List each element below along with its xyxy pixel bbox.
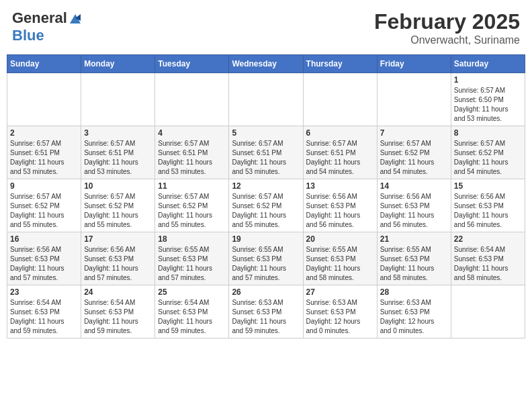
weekday-header: Sunday [7,55,81,73]
day-info: Sunrise: 6:55 AM Sunset: 6:53 PM Dayligh… [158,245,226,283]
day-number: 6 [306,128,374,138]
day-number: 24 [84,287,152,297]
calendar-cell: 16Sunrise: 6:56 AM Sunset: 6:53 PM Dayli… [7,232,81,285]
calendar-cell: 9Sunrise: 6:57 AM Sunset: 6:52 PM Daylig… [7,179,81,232]
calendar-cell [7,73,81,126]
day-number: 14 [380,181,448,191]
day-number: 19 [232,234,300,244]
calendar-cell: 28Sunrise: 6:53 AM Sunset: 6:53 PM Dayli… [377,285,451,338]
day-number: 20 [306,234,374,244]
day-info: Sunrise: 6:57 AM Sunset: 6:51 PM Dayligh… [306,139,374,177]
day-info: Sunrise: 6:57 AM Sunset: 6:52 PM Dayligh… [232,192,300,230]
day-info: Sunrise: 6:57 AM Sunset: 6:52 PM Dayligh… [454,139,522,177]
day-number: 17 [84,234,152,244]
day-number: 1 [454,75,522,85]
month-title: February 2025 [374,9,520,34]
calendar-week-row: 23Sunrise: 6:54 AM Sunset: 6:53 PM Dayli… [7,285,525,338]
calendar-week-row: 9Sunrise: 6:57 AM Sunset: 6:52 PM Daylig… [7,179,525,232]
weekday-header: Wednesday [229,55,303,73]
day-number: 13 [306,181,374,191]
calendar-cell: 18Sunrise: 6:55 AM Sunset: 6:53 PM Dayli… [155,232,229,285]
calendar-week-row: 1Sunrise: 6:57 AM Sunset: 6:50 PM Daylig… [7,73,525,126]
day-number: 2 [10,128,78,138]
calendar-cell: 15Sunrise: 6:56 AM Sunset: 6:53 PM Dayli… [451,179,525,232]
day-number: 26 [232,287,300,297]
title-block: February 2025 Onverwacht, Suriname [374,9,520,46]
day-info: Sunrise: 6:56 AM Sunset: 6:53 PM Dayligh… [84,245,152,283]
page-header: General Blue February 2025 Onverwacht, S… [7,7,525,49]
day-number: 23 [10,287,78,297]
calendar-cell: 22Sunrise: 6:54 AM Sunset: 6:53 PM Dayli… [451,232,525,285]
day-number: 18 [158,234,226,244]
calendar-week-row: 2Sunrise: 6:57 AM Sunset: 6:51 PM Daylig… [7,126,525,179]
calendar-table: SundayMondayTuesdayWednesdayThursdayFrid… [7,54,525,338]
day-number: 4 [158,128,226,138]
logo-general-text: General [12,9,67,27]
calendar-cell: 23Sunrise: 6:54 AM Sunset: 6:53 PM Dayli… [7,285,81,338]
calendar-cell: 12Sunrise: 6:57 AM Sunset: 6:52 PM Dayli… [229,179,303,232]
day-number: 25 [158,287,226,297]
calendar-cell: 7Sunrise: 6:57 AM Sunset: 6:52 PM Daylig… [377,126,451,179]
calendar-cell: 17Sunrise: 6:56 AM Sunset: 6:53 PM Dayli… [81,232,155,285]
day-number: 21 [380,234,448,244]
calendar-cell: 11Sunrise: 6:57 AM Sunset: 6:52 PM Dayli… [155,179,229,232]
day-info: Sunrise: 6:57 AM Sunset: 6:51 PM Dayligh… [232,139,300,177]
day-info: Sunrise: 6:53 AM Sunset: 6:53 PM Dayligh… [306,298,374,336]
day-info: Sunrise: 6:56 AM Sunset: 6:53 PM Dayligh… [380,192,448,230]
calendar-cell: 19Sunrise: 6:55 AM Sunset: 6:53 PM Dayli… [229,232,303,285]
calendar-cell [81,73,155,126]
calendar-week-row: 16Sunrise: 6:56 AM Sunset: 6:53 PM Dayli… [7,232,525,285]
day-info: Sunrise: 6:54 AM Sunset: 6:53 PM Dayligh… [454,245,522,283]
day-number: 16 [10,234,78,244]
day-info: Sunrise: 6:57 AM Sunset: 6:52 PM Dayligh… [380,139,448,177]
day-info: Sunrise: 6:57 AM Sunset: 6:52 PM Dayligh… [84,192,152,230]
day-info: Sunrise: 6:53 AM Sunset: 6:53 PM Dayligh… [232,298,300,336]
day-number: 5 [232,128,300,138]
calendar-cell: 5Sunrise: 6:57 AM Sunset: 6:51 PM Daylig… [229,126,303,179]
day-info: Sunrise: 6:57 AM Sunset: 6:51 PM Dayligh… [158,139,226,177]
calendar-cell: 1Sunrise: 6:57 AM Sunset: 6:50 PM Daylig… [451,73,525,126]
logo-blue-text: Blue [12,27,44,44]
weekday-header: Friday [377,55,451,73]
calendar-cell: 26Sunrise: 6:53 AM Sunset: 6:53 PM Dayli… [229,285,303,338]
weekday-header: Tuesday [155,55,229,73]
calendar-cell: 2Sunrise: 6:57 AM Sunset: 6:51 PM Daylig… [7,126,81,179]
day-info: Sunrise: 6:57 AM Sunset: 6:51 PM Dayligh… [84,139,152,177]
day-number: 27 [306,287,374,297]
day-number: 8 [454,128,522,138]
day-info: Sunrise: 6:57 AM Sunset: 6:52 PM Dayligh… [158,192,226,230]
weekday-header: Thursday [303,55,377,73]
day-number: 15 [454,181,522,191]
calendar-cell [451,285,525,338]
day-info: Sunrise: 6:55 AM Sunset: 6:53 PM Dayligh… [306,245,374,283]
day-info: Sunrise: 6:54 AM Sunset: 6:53 PM Dayligh… [84,298,152,336]
day-number: 3 [84,128,152,138]
day-info: Sunrise: 6:57 AM Sunset: 6:50 PM Dayligh… [454,86,522,124]
day-number: 7 [380,128,448,138]
day-info: Sunrise: 6:56 AM Sunset: 6:53 PM Dayligh… [306,192,374,230]
calendar-cell: 3Sunrise: 6:57 AM Sunset: 6:51 PM Daylig… [81,126,155,179]
day-number: 28 [380,287,448,297]
calendar-cell: 13Sunrise: 6:56 AM Sunset: 6:53 PM Dayli… [303,179,377,232]
calendar-cell [377,73,451,126]
day-number: 22 [454,234,522,244]
day-info: Sunrise: 6:55 AM Sunset: 6:53 PM Dayligh… [232,245,300,283]
day-info: Sunrise: 6:57 AM Sunset: 6:52 PM Dayligh… [10,192,78,230]
calendar-cell [303,73,377,126]
day-number: 12 [232,181,300,191]
day-info: Sunrise: 6:56 AM Sunset: 6:53 PM Dayligh… [10,245,78,283]
day-number: 9 [10,181,78,191]
calendar-cell: 8Sunrise: 6:57 AM Sunset: 6:52 PM Daylig… [451,126,525,179]
calendar-cell: 27Sunrise: 6:53 AM Sunset: 6:53 PM Dayli… [303,285,377,338]
day-info: Sunrise: 6:55 AM Sunset: 6:53 PM Dayligh… [380,245,448,283]
calendar-cell: 10Sunrise: 6:57 AM Sunset: 6:52 PM Dayli… [81,179,155,232]
calendar-cell: 20Sunrise: 6:55 AM Sunset: 6:53 PM Dayli… [303,232,377,285]
weekday-header: Monday [81,55,155,73]
day-info: Sunrise: 6:56 AM Sunset: 6:53 PM Dayligh… [454,192,522,230]
calendar-cell [229,73,303,126]
calendar-header-row: SundayMondayTuesdayWednesdayThursdayFrid… [7,55,525,73]
calendar-cell: 25Sunrise: 6:54 AM Sunset: 6:53 PM Dayli… [155,285,229,338]
calendar-cell: 14Sunrise: 6:56 AM Sunset: 6:53 PM Dayli… [377,179,451,232]
day-number: 10 [84,181,152,191]
calendar-cell: 24Sunrise: 6:54 AM Sunset: 6:53 PM Dayli… [81,285,155,338]
